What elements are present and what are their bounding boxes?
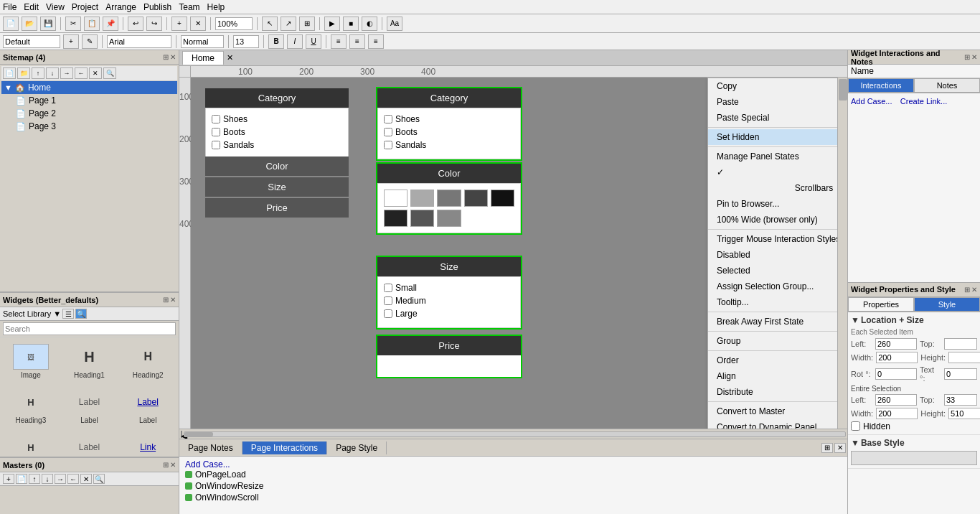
ctx-manage-panel[interactable]: Manage Panel States (708, 149, 837, 164)
width-input[interactable] (876, 352, 918, 363)
sitemap-up-btn[interactable]: ↑ (32, 67, 44, 79)
hidden-checkbox-input[interactable] (851, 421, 860, 431)
canvas-content[interactable]: Category Shoes Boots Sandals (191, 78, 837, 429)
large-checkbox[interactable]: Large (384, 309, 514, 319)
base-style-collapse-icon[interactable]: ▼ (851, 438, 859, 448)
swatch-mgray[interactable] (437, 190, 461, 207)
wi-create-link[interactable]: Create Link... (900, 97, 947, 106)
wi-tab-interactions[interactable]: Interactions (848, 78, 914, 93)
scrollbar-left-arrow[interactable]: ◀ (181, 431, 182, 438)
widget-close-icon[interactable]: ✕ (170, 296, 176, 304)
sandals-cb-left-input[interactable] (212, 141, 220, 149)
align-left-button[interactable]: ≡ (331, 34, 347, 49)
ctx-set-hidden[interactable]: Set Hidden (708, 129, 837, 145)
boots-cb-right-input[interactable] (384, 128, 392, 136)
shoes-checkbox-left[interactable]: Shoes (212, 114, 342, 124)
sitemap-outdent-btn[interactable]: ← (75, 67, 88, 79)
boots-cb-left-input[interactable] (212, 128, 220, 136)
widget-item-h2[interactable]: H Heading2 (120, 340, 176, 383)
menu-arrange[interactable]: Arrange (105, 2, 136, 12)
swatch-char[interactable] (410, 210, 434, 227)
ctx-assign-group[interactable]: Assign Selection Group... (708, 279, 837, 294)
bold-button[interactable]: B (268, 34, 284, 49)
underline-button[interactable]: U (306, 34, 321, 49)
sitemap-del-btn[interactable]: ✕ (89, 67, 102, 79)
ctx-convert-master[interactable]: Convert to Master (708, 403, 837, 419)
swatch-silver[interactable] (437, 210, 461, 227)
shoes-cb-right-input[interactable] (384, 115, 392, 123)
bottom-tab-interactions[interactable]: Page Interactions (242, 441, 327, 454)
swatch-vdgray[interactable] (384, 210, 407, 227)
ctx-distribute[interactable]: Distribute ▶ (708, 384, 837, 400)
text-rot-input[interactable] (944, 368, 977, 380)
play-button[interactable]: ▶ (324, 17, 340, 31)
menu-project[interactable]: Project (72, 2, 98, 12)
ctx-100-wide[interactable]: 100% Wide (browser only) (708, 212, 837, 228)
masters-down-btn[interactable]: ↓ (42, 474, 53, 484)
e-left-input[interactable] (875, 394, 917, 406)
style-btn2[interactable]: ✎ (82, 34, 98, 49)
frame-left-category[interactable]: Category Shoes Boots Sandals (205, 88, 349, 159)
wi-tab-notes[interactable]: Notes (914, 78, 980, 93)
price-button-left[interactable]: Price (205, 198, 349, 218)
preview-button[interactable]: ◐ (362, 17, 377, 31)
frame-right-price[interactable]: Price (377, 336, 521, 377)
swatch-white[interactable] (384, 190, 407, 207)
sandals-cb-right-input[interactable] (384, 141, 392, 149)
masters-close-icon[interactable]: ✕ (170, 461, 176, 469)
widget-expand-icon[interactable]: ⊞ (163, 296, 169, 304)
ctx-align[interactable]: Align ▶ (708, 368, 837, 384)
ctx-scrollbars[interactable]: Scrollbars ▶ (708, 180, 837, 196)
widget-search-active-btn[interactable]: 🔍 (75, 309, 87, 319)
sitemap-home-item[interactable]: ▼ 🏠 Home (1, 81, 177, 94)
sitemap-page1-item[interactable]: 📄 Page 1 (13, 94, 177, 107)
format-button[interactable]: Aa (387, 17, 402, 31)
e-height-input[interactable] (948, 408, 980, 419)
del-page-button[interactable]: ✕ (190, 17, 206, 31)
medium-cb-input[interactable] (384, 296, 392, 305)
wi-close-icon[interactable]: ✕ (971, 53, 977, 61)
rot-input[interactable] (875, 368, 917, 380)
select-library-btn[interactable]: Select Library ▼ (3, 309, 61, 318)
wp-close-icon[interactable]: ✕ (971, 286, 977, 294)
widget-item-image[interactable]: 🖼 Image (3, 340, 59, 383)
wi-add-case-link[interactable]: Add Case... (851, 97, 892, 106)
masters-add-btn[interactable]: + (3, 474, 14, 484)
sitemap-expand-icon[interactable]: ⊞ (163, 53, 169, 61)
wp-tab-properties[interactable]: Properties (848, 297, 914, 312)
sitemap-close-icon[interactable]: ✕ (170, 53, 176, 61)
add-case-link[interactable]: Add Case... (185, 459, 230, 469)
location-collapse-icon[interactable]: ▼ (851, 315, 859, 325)
masters-right-btn[interactable]: → (55, 474, 66, 484)
large-cb-input[interactable] (384, 309, 392, 318)
menu-file[interactable]: File (3, 2, 17, 12)
canvas-bottom-scrollbar[interactable]: ◀ (179, 429, 847, 439)
sandals-checkbox-right[interactable]: Sandals (384, 140, 514, 150)
swatch-black[interactable] (491, 190, 514, 207)
undo-button[interactable]: ↩ (128, 17, 143, 31)
widget-item-h3[interactable]: H Heading3 (3, 386, 59, 428)
medium-checkbox[interactable]: Medium (384, 296, 514, 306)
style-btn1[interactable]: + (63, 34, 79, 49)
menu-edit[interactable]: Edit (24, 2, 39, 12)
ctx-group[interactable]: Group Ctrl+G (708, 333, 837, 349)
ctx-fit-to-content[interactable]: ✓ Fit to Content (708, 164, 837, 180)
canvas-right-scrollbar[interactable] (837, 78, 847, 429)
small-cb-input[interactable] (384, 284, 392, 292)
ctx-disabled[interactable]: Disabled (708, 247, 837, 263)
scrollbar-h-thumb[interactable] (184, 432, 213, 436)
menu-team[interactable]: Team (179, 2, 199, 12)
small-checkbox[interactable]: Small (384, 283, 514, 293)
ctx-paste[interactable]: Paste (708, 94, 837, 110)
frame-right-category[interactable]: Category Shoes Boots Sandals (377, 88, 521, 159)
new-button[interactable]: 📄 (3, 17, 19, 31)
menu-help[interactable]: Help (207, 2, 225, 12)
frame-right-size[interactable]: Size Small Medium Large (377, 257, 521, 328)
widget-item-label2[interactable]: Label Label (120, 386, 176, 428)
masters-add2-btn[interactable]: 📄 (16, 474, 27, 484)
base-style-dropdown[interactable] (851, 451, 977, 465)
save-button[interactable]: 💾 (40, 17, 56, 31)
masters-search-btn[interactable]: 🔍 (93, 474, 105, 484)
cut-button[interactable]: ✂ (65, 17, 81, 31)
weight-input[interactable] (181, 35, 224, 48)
